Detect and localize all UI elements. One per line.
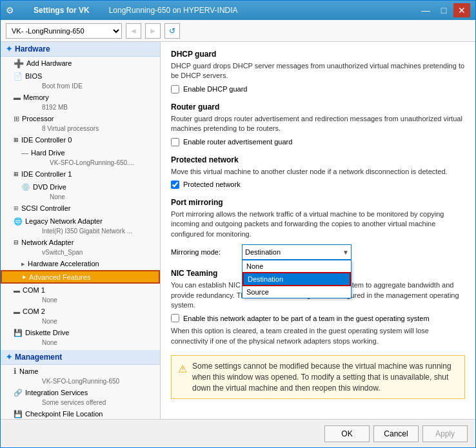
name-label: Name [19,367,38,375]
router-guard-checkbox[interactable] [171,138,179,146]
main-content: ✦ Hardware ➕ Add Hardware 📄 BIOS Boot fr… [1,42,475,419]
harddrive-sublabel: VK-SFO-LongRunning-650.... [14,159,160,168]
router-guard-title: Router guard [171,102,465,112]
protected-network-checkbox[interactable] [171,180,179,189]
dhcp-guard-checkbox-label: Enable DHCP guard [183,85,247,93]
dvd-sublabel: None [14,193,160,202]
mirroring-mode-dropdown-container: Destination ▼ None Destination Source [242,244,352,260]
forward-button[interactable]: ► [145,23,161,39]
bios-label: BIOS [25,72,42,80]
back-button[interactable]: ◄ [126,23,141,39]
management-star-icon: ✦ [6,353,12,362]
sidebar-item-ide1[interactable]: ⊞ IDE Controller 1 [1,168,160,180]
vm-select[interactable]: VK- -LongRunning-650 [6,23,122,39]
hw-accel-label: Hardware Acceleration [28,260,99,268]
dropdown-option-none[interactable]: None [243,260,351,272]
toolbar: VK- -LongRunning-650 ◄ ► ↺ [1,20,475,42]
processor-sublabel: 8 Virtual processors [14,125,160,133]
dropdown-option-destination[interactable]: Destination [243,272,351,286]
sidebar-item-advanced-features[interactable]: ▸ Advanced Features [1,270,160,284]
sidebar-item-com2[interactable]: ▬ COM 2 [1,305,160,318]
dhcp-guard-checkbox-row: Enable DHCP guard [171,85,465,93]
legacy-nic-label: Legacy Network Adapter [25,217,103,225]
router-guard-checkbox-label: Enable router advertisement guard [183,138,292,146]
mirroring-mode-label: Mirroring mode: [171,248,235,256]
title-bar: ⚙ Settings for VK LongRunning-650 on HYP… [1,1,475,20]
com1-icon: ▬ [14,287,20,294]
warning-icon: ⚠ [178,362,187,393]
refresh-button[interactable]: ↺ [164,23,180,39]
legacy-nic-icon: 🌐 [14,217,23,226]
bottom-bar: OK Cancel Apply [1,419,475,447]
sidebar-item-legacy-nic[interactable]: 🌐 Legacy Network Adapter [1,215,160,228]
dvd-label: DVD Drive [33,183,66,191]
legacy-nic-sublabel: Intel(R) I350 Gigabit Network ... [14,228,160,236]
name-icon: ℹ [14,367,17,376]
minimize-button[interactable]: — [417,3,434,17]
mirroring-mode-select[interactable]: Destination [242,244,352,260]
maximize-button[interactable]: □ [435,3,452,17]
nic-label: Network Adapter [21,239,74,246]
management-label: Management [15,353,62,362]
sidebar-item-diskette[interactable]: 💾 Diskette Drive [1,326,160,339]
nic-teaming-checkbox-label: Enable this network adapter to be part o… [183,315,430,322]
memory-sublabel: 8192 MB [14,104,160,112]
sidebar-item-hw-accel[interactable]: ▸ Hardware Acceleration [1,257,160,270]
sidebar-item-bios[interactable]: 📄 BIOS [1,70,160,83]
nic-teaming-checkbox[interactable] [171,314,179,322]
cancel-button[interactable]: Cancel [373,425,419,442]
integration-sublabel: Some services offered [14,399,160,407]
sidebar-item-processor[interactable]: ⊞ Processor [1,112,160,125]
sidebar-item-checkpoint[interactable]: 💾 Checkpoint File Location [1,407,160,419]
processor-label: Processor [22,115,54,122]
ide1-label: IDE Controller 1 [21,170,72,178]
hardware-section-header: ✦ Hardware [1,42,160,57]
right-panel: DHCP guard DHCP guard drops DHCP server … [161,42,475,419]
protected-network-checkbox-label: Protected network [183,180,241,188]
scsi-label: SCSI Controller [21,204,70,212]
title-right: LongRunning-650 on HYPERV-INDIA [109,6,238,15]
add-hardware-label: Add Hardware [26,59,72,67]
scsi-icon: ⊞ [14,205,19,211]
checkpoint-icon: 💾 [14,410,23,418]
ide1-expand-icon: ⊞ [14,171,19,177]
com1-sublabel: None [14,297,160,305]
hw-accel-icon: ▸ [21,260,25,268]
router-guard-section: Router guard Router guard drops router a… [171,102,465,146]
sidebar-item-name[interactable]: ℹ Name [1,365,160,378]
sidebar-item-dvd[interactable]: 💿 DVD Drive [1,180,160,193]
sidebar-item-memory[interactable]: ▬ Memory [1,91,160,104]
memory-label: Memory [23,93,49,101]
dhcp-guard-checkbox[interactable] [171,85,179,93]
nic-teaming-checkbox-row: Enable this network adapter to be part o… [171,314,465,322]
dvd-icon: 💿 [21,183,30,191]
protected-network-desc: Move this virtual machine to another clu… [171,167,465,177]
diskette-icon: 💾 [14,329,23,337]
sidebar-item-ide0[interactable]: ⊞ IDE Controller 0 [1,133,160,146]
ide0-label: IDE Controller 0 [21,136,72,144]
advanced-features-label: Advanced Features [29,273,90,281]
ok-button[interactable]: OK [324,425,370,442]
title-left: Settings for VK [34,6,90,15]
com2-icon: ▬ [14,308,20,315]
sidebar-item-harddrive[interactable]: — Hard Drive [1,146,160,159]
sidebar-item-com1[interactable]: ▬ COM 1 [1,284,160,297]
sidebar-item-nic[interactable]: ⊟ Network Adapter [1,236,160,249]
sidebar-item-add-hardware[interactable]: ➕ Add Hardware [1,57,160,70]
router-guard-checkbox-row: Enable router advertisement guard [171,138,465,146]
sidebar-item-integration[interactable]: 🔗 Integration Services [1,386,160,399]
com1-label: COM 1 [23,286,45,294]
warning-box: ⚠ Some settings cannot be modified becau… [171,355,465,399]
nic-teaming-note: When this option is cleared, a team crea… [171,326,465,346]
integration-icon: 🔗 [14,389,23,397]
apply-button[interactable]: Apply [422,425,468,442]
close-button[interactable]: ✕ [453,3,470,17]
hardware-star-icon: ✦ [6,44,12,54]
protected-network-checkbox-row: Protected network [171,180,465,189]
dhcp-guard-title: DHCP guard [171,50,465,59]
management-section-header: ✦ Management [1,350,160,365]
sidebar-item-scsi[interactable]: ⊞ SCSI Controller [1,202,160,215]
bios-sublabel: Boot from IDE [14,83,160,91]
window-icon: ⚙ [6,5,14,15]
dropdown-option-source[interactable]: Source [243,286,351,298]
